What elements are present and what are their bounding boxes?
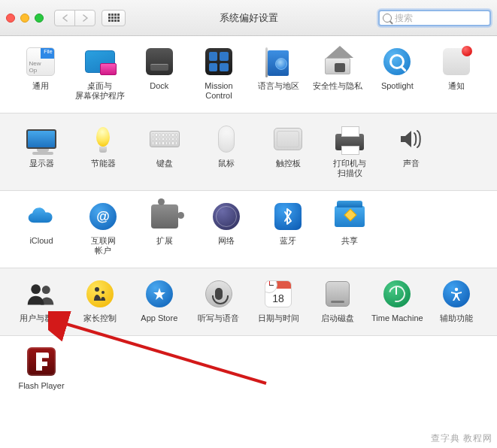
search-icon <box>383 14 392 23</box>
pref-time-machine[interactable]: Time Machine <box>368 279 427 323</box>
pref-spotlight[interactable]: Spotlight <box>368 47 427 101</box>
extensions-icon <box>151 204 178 229</box>
pref-trackpad[interactable]: 触控板 <box>257 124 319 178</box>
back-button[interactable] <box>54 10 75 26</box>
pref-energy-saver[interactable]: 节能器 <box>72 124 134 178</box>
zoom-button[interactable] <box>35 14 44 23</box>
pref-mission-control[interactable]: Mission Control <box>189 47 248 101</box>
mission-control-icon <box>205 48 232 75</box>
pref-language-region[interactable]: 语言与地区 <box>249 47 308 101</box>
watermark: 查字典 教程网 <box>431 432 492 445</box>
window-titlebar: 系统偏好设置 ✕ <box>0 0 497 36</box>
flash-player-icon <box>27 347 56 376</box>
pref-extensions[interactable]: 扩展 <box>134 201 195 256</box>
network-icon <box>213 203 240 230</box>
pref-printers-scanners[interactable]: 打印机与 扫描仪 <box>319 124 380 178</box>
pref-users-groups[interactable]: 用户与群组 <box>11 279 70 323</box>
pref-app-store[interactable]: App Store <box>129 279 189 323</box>
app-store-icon <box>146 280 173 307</box>
svg-point-2 <box>95 287 99 292</box>
desktop-icon <box>85 50 115 73</box>
pref-sharing[interactable]: 共享 <box>319 201 380 256</box>
pref-mouse[interactable]: 鼠标 <box>195 124 257 178</box>
close-button[interactable] <box>6 14 15 23</box>
security-icon <box>325 49 350 74</box>
pref-icloud[interactable]: iCloud <box>11 201 72 256</box>
dock-icon <box>146 48 173 75</box>
general-icon: FileNewOp <box>26 47 55 76</box>
pref-security-privacy[interactable]: 安全性与隐私 <box>308 47 368 101</box>
keyboard-icon <box>150 131 180 147</box>
mouse-icon <box>218 126 235 153</box>
pref-sound[interactable]: 声音 <box>380 124 442 178</box>
prefs-row-5: Flash Player <box>0 335 497 403</box>
displays-icon <box>26 129 56 149</box>
pref-keyboard[interactable]: 键盘 <box>134 124 195 178</box>
pref-parental-controls[interactable]: 家长控制 <box>70 279 129 323</box>
energy-icon <box>96 127 110 147</box>
pref-date-time[interactable]: 18 日期与时间 <box>249 279 308 323</box>
show-all-button[interactable] <box>102 10 126 26</box>
pref-bluetooth[interactable]: 蓝牙 <box>257 201 319 256</box>
svg-point-3 <box>102 291 105 294</box>
svg-point-1 <box>41 286 50 294</box>
pref-notifications[interactable]: 通知 <box>427 47 486 101</box>
pref-flash-player[interactable]: Flash Player <box>11 347 72 391</box>
users-groups-icon <box>26 279 56 309</box>
pref-displays[interactable]: 显示器 <box>11 124 72 178</box>
internet-accounts-icon: @ <box>89 203 117 230</box>
pref-general[interactable]: FileNewOp 通用 <box>11 47 70 101</box>
startup-disk-icon <box>326 281 350 307</box>
sharing-icon <box>335 206 365 227</box>
pref-internet-accounts[interactable]: @ 互联网 帐户 <box>72 201 134 256</box>
prefs-row-2: 显示器 节能器 键盘 鼠标 触控板 打印机与 扫描仪 声音 <box>0 113 497 190</box>
search-input[interactable] <box>395 13 497 23</box>
pref-dock[interactable]: Dock <box>129 47 189 101</box>
printer-icon <box>335 134 364 150</box>
date-time-icon: 18 <box>265 280 292 307</box>
pref-startup-disk[interactable]: 启动磁盘 <box>308 279 368 323</box>
sound-icon <box>396 124 426 154</box>
bluetooth-icon <box>274 203 302 230</box>
search-field[interactable]: ✕ <box>378 10 491 26</box>
svg-point-4 <box>455 288 458 291</box>
prefs-row-4: 用户与群组 家长控制 App Store 听写与语音 18 日期与时间 启动磁盘 <box>0 268 497 335</box>
prefs-row-1: FileNewOp 通用 桌面与 屏幕保护程序 Dock Mission Con… <box>0 36 497 113</box>
accessibility-icon <box>443 280 470 307</box>
language-icon <box>268 50 289 76</box>
parental-controls-icon <box>86 280 114 307</box>
time-machine-icon <box>383 280 411 307</box>
dictation-icon <box>205 280 232 307</box>
pref-network[interactable]: 网络 <box>195 201 257 256</box>
pref-dictation-speech[interactable]: 听写与语音 <box>189 279 248 323</box>
trackpad-icon <box>274 128 302 150</box>
forward-button[interactable] <box>74 10 95 26</box>
notifications-icon <box>443 48 470 75</box>
nav-back-forward <box>54 10 95 26</box>
icloud-icon <box>26 201 56 232</box>
prefs-row-3: iCloud @ 互联网 帐户 扩展 网络 蓝牙 共享 <box>0 190 497 268</box>
traffic-lights <box>6 14 44 23</box>
pref-desktop-screensaver[interactable]: 桌面与 屏幕保护程序 <box>70 47 129 101</box>
spotlight-icon <box>383 48 411 75</box>
svg-point-0 <box>31 284 41 294</box>
minimize-button[interactable] <box>20 14 29 23</box>
pref-accessibility[interactable]: 辅助功能 <box>427 279 486 323</box>
